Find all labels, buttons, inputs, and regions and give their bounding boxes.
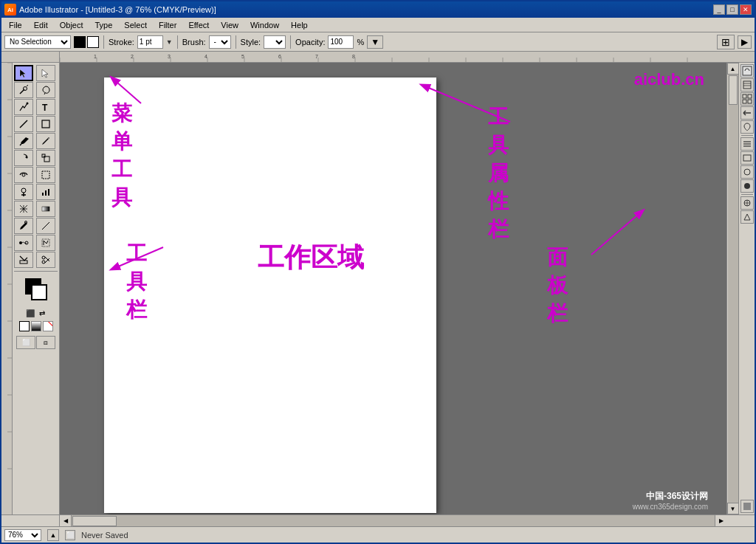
menu-edit[interactable]: Edit [28,20,54,30]
right-panel-btn-8[interactable] [740,165,754,179]
right-panel-btn-1[interactable] [740,64,754,78]
line-tool[interactable] [14,116,33,132]
brush-select[interactable]: - [209,35,231,49]
gradient-tool[interactable] [36,201,55,217]
close-button[interactable]: ✕ [740,4,752,15]
fill-color-swatch[interactable] [74,36,86,48]
magic-wand-tool[interactable] [14,82,33,98]
right-panel-btn-9[interactable] [740,179,754,193]
stroke-swatch[interactable] [31,284,47,300]
column-graph-tool[interactable] [36,184,55,200]
paintbrush-tool[interactable] [14,133,33,149]
property-bar-label: 工具属性栏 [488,103,509,244]
svg-rect-60 [42,207,49,211]
measure-tool[interactable] [36,218,55,234]
direct-selection-tool[interactable] [36,65,55,81]
right-panel-btn-6[interactable] [740,137,754,151]
opacity-menu-button[interactable]: ▼ [367,35,383,49]
right-panel-btn-7[interactable] [740,151,754,165]
opacity-input[interactable] [328,35,354,49]
svg-rect-83 [748,94,752,98]
watermark-line2: 中国-365设计网 [633,490,708,503]
screen-mode-button[interactable]: ⬜ [16,336,35,349]
svg-point-52 [22,173,25,176]
scale-tool[interactable] [36,150,55,166]
scissors-tool[interactable] [36,252,55,268]
right-panel-btn-3[interactable] [740,92,754,106]
svg-line-77 [591,210,643,255]
svg-line-46 [20,144,21,145]
menu-effect[interactable]: Effect [182,20,215,30]
selection-tool[interactable] [14,65,33,81]
view-buttons: ⬜ ⧈ [14,336,58,349]
content-row: T [1,63,755,514]
scroll-track[interactable] [728,75,738,503]
menu-object[interactable]: Object [54,20,89,30]
zoom-select[interactable]: 76% [4,529,41,541]
title-bar: Ai Adobe Illustrator - [Untitled-3 @ 76%… [1,1,755,18]
maximize-button[interactable]: □ [726,4,738,15]
saved-status: Never Saved [81,531,128,540]
menu-window[interactable]: Window [244,20,285,30]
symbol-sprayer-tool[interactable] [14,184,33,200]
none-button[interactable] [43,321,53,331]
eyedropper-tool[interactable] [14,218,33,234]
hscroll-right-arrow[interactable]: ▶ [715,515,726,526]
pencil-tool[interactable] [36,133,55,149]
svg-line-44 [20,120,27,128]
free-transform-tool[interactable] [36,167,55,183]
menu-filter[interactable]: Filter [153,20,182,30]
right-panel-btn-4[interactable] [740,106,754,120]
type-tool[interactable]: T [36,99,55,115]
mesh-tool[interactable] [14,201,33,217]
style-select[interactable] [264,35,286,49]
right-panel-btn-11[interactable] [740,210,754,224]
svg-point-94 [744,183,750,189]
pen-tool[interactable] [14,99,33,115]
view-options-button[interactable]: ⊞ [717,35,735,49]
right-panel-btn-10[interactable] [740,196,754,210]
scroll-down-button[interactable]: ▼ [727,503,739,514]
selection-dropdown[interactable]: No Selection [4,35,71,49]
slice-tool[interactable] [14,252,33,268]
panel-toggle-button[interactable]: ▶ [738,35,752,49]
stroke-color-swatch[interactable] [87,36,99,48]
lasso-tool[interactable] [36,82,55,98]
gradient-button[interactable] [31,321,41,331]
right-panel-btn-5[interactable] [740,120,754,134]
svg-text:4: 4 [205,54,207,59]
right-panel-btn-2[interactable] [740,78,754,92]
hscroll-left-arrow[interactable]: ◀ [60,515,72,526]
right-panel-divider2 [741,194,753,195]
fullscreen-button[interactable]: ⧈ [36,336,55,349]
minimize-button[interactable]: _ [713,4,725,15]
menu-file[interactable]: File [3,20,28,30]
svg-line-40 [27,85,28,86]
menu-view[interactable]: View [215,20,244,30]
status-bar: 76% ▲ ⬜ Never Saved [1,526,755,543]
status-arrow-button[interactable]: ▲ [47,529,59,541]
rotate-tool[interactable] [14,150,33,166]
solid-color-button[interactable] [19,321,30,331]
menu-help[interactable]: Help [285,20,314,30]
auto-trace-tool[interactable] [36,235,55,251]
tool-grid: T [14,65,58,268]
tool-separator [14,271,58,275]
hscroll-thumb[interactable] [72,516,117,526]
menu-select[interactable]: Select [118,20,153,30]
swap-colors-button[interactable]: ⇄ [37,308,47,318]
scroll-thumb[interactable] [729,75,738,105]
hscroll-track[interactable] [72,515,715,526]
warp-tool[interactable] [14,167,33,183]
right-panel-btn-12[interactable] [740,500,754,513]
vertical-scrollbar[interactable]: ▲ ▼ [726,63,738,514]
default-colors-button[interactable]: ⬛ [25,308,35,318]
scroll-up-button[interactable]: ▲ [727,63,739,75]
blend-tool[interactable] [14,235,33,251]
artboard-icon[interactable]: ⬜ [65,530,75,540]
stroke-value-input[interactable] [137,35,163,49]
menu-type[interactable]: Type [89,20,119,30]
rectangle-tool[interactable] [36,116,55,132]
toolbar: T [13,63,60,514]
horizontal-ruler: 1 2 3 4 5 6 7 8 [60,52,743,63]
